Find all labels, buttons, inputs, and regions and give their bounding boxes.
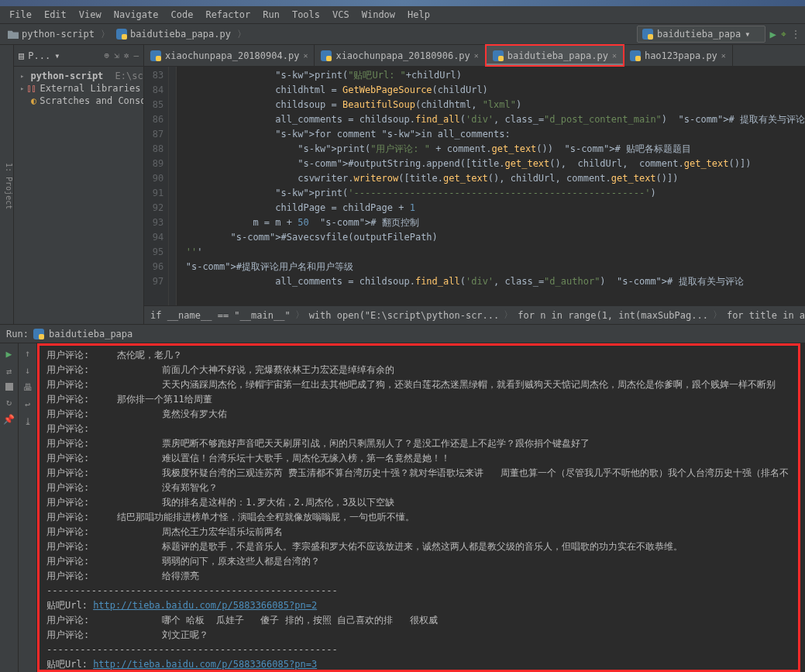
scroll-icon[interactable]: ⤓ (24, 416, 32, 427)
breadcrumb[interactable]: python-script 〉 baidutieba_papa.py 〉 (5, 27, 246, 41)
up-icon[interactable]: ↑ (25, 348, 30, 359)
menu-help[interactable]: Help (401, 8, 436, 22)
scratch-icon: ◐ (31, 95, 36, 106)
editor-tabs[interactable]: xiaochunpapa_20180904.py✕xiaochunpapa_20… (144, 45, 805, 67)
toggle-button[interactable]: ⇄ (6, 366, 12, 377)
project-tree[interactable]: ▸ python-script E:\scri ▸ ⫿⫿ External Li… (14, 67, 143, 110)
run-button[interactable]: ▶ (770, 28, 776, 40)
chevron-icon: 〉 (101, 28, 110, 41)
down-icon[interactable]: ↓ (25, 365, 30, 376)
tab-label: xiaochunpapa_20180904.py (165, 50, 299, 61)
editor-breadcrumbs[interactable]: if __name__ == "__main__" 〉 with open("E… (144, 305, 805, 324)
menu-file[interactable]: File (3, 8, 38, 22)
project-header[interactable]: ▤ P... ▾ ⊕ ⇲ ✲ — (14, 45, 143, 67)
chevron-down-icon: ▾ (54, 50, 60, 61)
menu-bar[interactable]: File Edit View Navigate Code Refactor Ru… (0, 6, 805, 23)
stop-button[interactable] (5, 383, 13, 391)
run-tab-label[interactable]: baidutieba_papa (49, 329, 132, 339)
main-content: 1: Project ▤ P... ▾ ⊕ ⇲ ✲ — ▸ python-scr… (0, 45, 805, 324)
sidebar-project[interactable]: 1: Project (5, 163, 13, 209)
python-icon (493, 50, 504, 61)
library-icon: ⫿⫿ (27, 83, 36, 94)
restart-button[interactable]: ↻ (6, 397, 12, 408)
window-titlebar (0, 0, 805, 6)
python-icon (321, 50, 332, 61)
nav-actions: baidutieba_papa ▾ ▶ ⌖ ⋮ (637, 26, 800, 43)
editor-tab[interactable]: hao123papa.py✕ (624, 45, 733, 66)
menu-run[interactable]: Run (256, 8, 286, 22)
console-link[interactable]: http://tieba.baidu.com/p/5883366085?pn=3 (93, 659, 317, 670)
python-icon (642, 29, 653, 40)
menu-view[interactable]: View (73, 8, 108, 22)
editor-tab[interactable]: baidutieba_papa.py✕ (485, 44, 624, 67)
tree-libs-label: External Libraries (40, 83, 140, 94)
breadcrumb-dir[interactable]: python-script (5, 27, 98, 41)
fold-gutter[interactable] (169, 67, 177, 305)
code-content[interactable]: "s-kw">print("贴吧Url: "+childUrl) childht… (177, 67, 805, 305)
run-config-select[interactable]: baidutieba_papa ▾ (637, 26, 765, 43)
close-icon[interactable]: ✕ (721, 51, 726, 60)
breadcrumb-file-label: baidutieba_papa.py (130, 29, 231, 40)
menu-code[interactable]: Code (165, 8, 200, 22)
crumb-item[interactable]: if __name__ == "__main__" (150, 310, 291, 321)
hide-icon[interactable]: — (133, 50, 139, 60)
console-wrap: 用户评论: 杰伦呢，老几？ 用户评论: 前面几个大神不好说，完爆蔡依林王力宏还是… (37, 343, 805, 672)
close-icon[interactable]: ✕ (303, 51, 308, 60)
close-icon[interactable]: ✕ (612, 51, 617, 60)
python-icon (116, 29, 127, 40)
crumb-item[interactable]: with open("E:\script\python-scr... (309, 310, 500, 321)
python-icon (33, 329, 44, 339)
python-icon (630, 50, 641, 61)
more-icon[interactable]: ⋮ (791, 29, 800, 40)
breadcrumb-dir-label: python-script (22, 29, 95, 40)
chevron-down-icon: ▾ (745, 29, 750, 40)
menu-vcs[interactable]: VCS (326, 8, 356, 22)
menu-navigate[interactable]: Navigate (108, 8, 165, 22)
close-icon[interactable]: ✕ (474, 51, 479, 60)
project-view-label: P... (28, 50, 50, 61)
wrap-icon[interactable]: ↩ (25, 399, 30, 410)
menu-tools[interactable]: Tools (286, 8, 326, 22)
menu-window[interactable]: Window (356, 8, 401, 22)
menu-edit[interactable]: Edit (38, 8, 73, 22)
run-toolbar-secondary[interactable]: ↑ ↓ 🖶 ↩ ⤓ (19, 343, 37, 672)
code-area[interactable]: 83 84 85 86 87 88 89 90 91 92 93 94 95 9… (144, 67, 805, 305)
folder-icon (8, 29, 19, 39)
tab-label: baidutieba_papa.py (507, 50, 608, 61)
tree-root-label: python-script (30, 71, 103, 81)
run-config-label: baidutieba_papa (657, 29, 741, 40)
tree-root-path: E:\scri (115, 71, 143, 81)
tree-scratches[interactable]: ◐ Scratches and Consol (17, 95, 140, 107)
tree-scratch-label: Scratches and Consol (40, 95, 143, 106)
project-view-icon: ▤ (19, 50, 24, 61)
line-gutter[interactable]: 83 84 85 86 87 88 89 90 91 92 93 94 95 9… (144, 67, 169, 305)
console-output[interactable]: 用户评论: 杰伦呢，老几？ 用户评论: 前面几个大神不好说，完爆蔡依林王力宏还是… (37, 343, 805, 672)
crumb-item[interactable]: for title in all_titles (727, 310, 805, 321)
left-gutter[interactable]: 1: Project (0, 45, 14, 324)
run-header[interactable]: Run: baidutieba_papa (0, 325, 805, 343)
run-toolbar-primary[interactable]: ▶ ⇄ ↻ 📌 (0, 343, 19, 672)
chevron-icon: 〉 (237, 28, 246, 41)
pin-button[interactable]: 📌 (3, 414, 15, 425)
expand-icon[interactable]: ▸ (20, 84, 24, 92)
editor-tab[interactable]: xiaochunpapa_20180906.py✕ (315, 45, 485, 66)
rerun-button[interactable]: ▶ (6, 348, 12, 360)
tree-external-libs[interactable]: ▸ ⫿⫿ External Libraries (17, 82, 140, 95)
collapse-icon[interactable]: ⇲ (114, 50, 119, 60)
nav-bar: python-script 〉 baidutieba_papa.py 〉 bai… (0, 23, 805, 45)
console-link[interactable]: http://tieba.baidu.com/p/5883366085?pn=2 (93, 600, 317, 611)
export-icon[interactable]: 🖶 (23, 382, 33, 393)
run-label: Run: (6, 329, 29, 339)
gear-icon[interactable]: ✲ (124, 50, 129, 60)
expand-icon[interactable]: ▸ (20, 72, 24, 80)
crumb-item[interactable]: for n in range(1, int(maxSubPag... (518, 310, 708, 321)
run-body: ▶ ⇄ ↻ 📌 ↑ ↓ 🖶 ↩ ⤓ 用户评论: 杰伦呢，老几？ 用户评论: 前面… (0, 343, 805, 672)
breadcrumb-file[interactable]: baidutieba_papa.py (113, 27, 234, 41)
tab-label: hao123papa.py (645, 50, 717, 61)
debug-button[interactable]: ⌖ (781, 29, 786, 40)
menu-refactor[interactable]: Refactor (199, 8, 256, 22)
tree-root[interactable]: ▸ python-script E:\scri (17, 70, 140, 82)
editor-tab[interactable]: xiaochunpapa_20180904.py✕ (144, 45, 315, 66)
tab-label: xiaochunpapa_20180906.py (335, 50, 470, 61)
scroll-icon[interactable]: ⊕ (105, 50, 110, 60)
